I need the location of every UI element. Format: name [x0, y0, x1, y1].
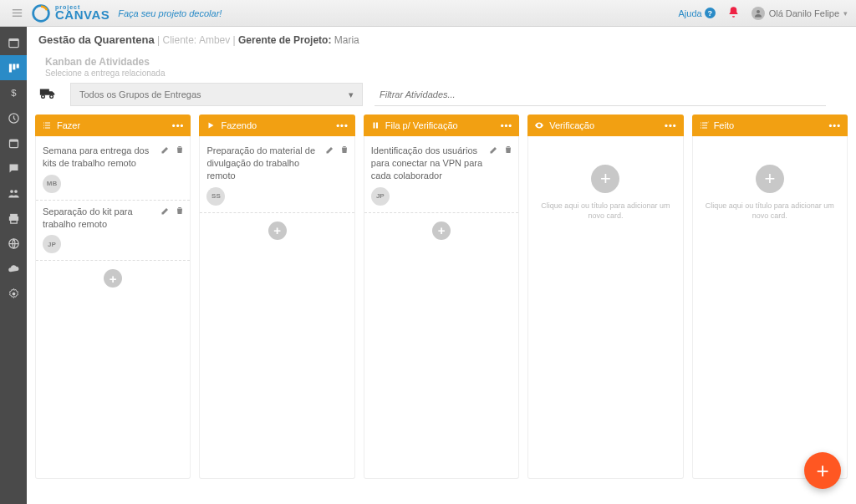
kanban-column: Fazer•••Semana para entrega dos kits de … [35, 115, 191, 479]
column-menu-button[interactable]: ••• [501, 120, 513, 130]
empty-column-text: Clique aqui ou título para adicionar um … [528, 201, 682, 221]
card-avatar: MB [43, 175, 61, 193]
brand-logo[interactable]: project CANVAS [32, 4, 110, 23]
svg-point-21 [42, 94, 45, 98]
notifications-button[interactable] [727, 6, 740, 21]
column-menu-button[interactable]: ••• [665, 120, 677, 130]
delete-card-button[interactable] [503, 145, 513, 157]
search-input[interactable] [374, 83, 826, 106]
add-card-button[interactable]: + [591, 165, 619, 193]
column-menu-button[interactable]: ••• [172, 120, 185, 130]
column-title: Feito [714, 120, 824, 130]
help-icon: ? [705, 8, 716, 18]
svg-rect-6 [8, 38, 18, 41]
sidebar-item-print[interactable] [0, 206, 27, 231]
kanban-column: Fila p/ Verificação•••Identificação dos … [364, 115, 519, 479]
chevron-down-icon: ▾ [349, 89, 354, 100]
project-title: Gestão da Quarentena [38, 33, 155, 46]
edit-card-button[interactable] [160, 145, 171, 157]
column-icon [42, 120, 52, 130]
truck-icon [38, 84, 59, 106]
edit-card-button[interactable] [489, 145, 499, 157]
column-body: Preparação do material de divulgação do … [199, 136, 354, 479]
svg-point-15 [14, 190, 18, 193]
column-body: +Clique aqui ou título para adicionar um… [692, 136, 848, 479]
canvas-logo-icon [32, 4, 50, 23]
column-menu-button[interactable]: ••• [828, 120, 841, 130]
svg-rect-2 [12, 16, 21, 17]
column-title: Fazendo [221, 120, 331, 130]
svg-point-22 [50, 94, 54, 98]
column-header: Fazendo••• [199, 115, 354, 136]
card-avatar: JP [43, 235, 61, 253]
sidebar-item-time[interactable] [0, 105, 27, 130]
kanban-card[interactable]: Identificação dos usuários para conectar… [364, 140, 518, 213]
add-card-button[interactable]: + [268, 221, 287, 240]
bell-icon [727, 6, 740, 18]
logo-big-text: CANVAS [55, 10, 110, 21]
empty-column: +Clique aqui ou título para adicionar um… [528, 140, 682, 221]
column-icon [206, 120, 216, 130]
help-link[interactable]: Ajuda ? [678, 8, 715, 18]
sidebar-item-calendar[interactable] [0, 130, 27, 155]
column-title: Verificação [549, 120, 660, 130]
svg-rect-8 [13, 64, 15, 69]
left-sidebar: $ [0, 27, 27, 504]
svg-rect-24 [376, 123, 378, 129]
column-body: +Clique aqui ou título para adicionar um… [527, 136, 683, 479]
svg-rect-9 [16, 64, 18, 68]
column-header: Fazer••• [35, 115, 191, 136]
main-area: Gestão da Quarentena | Cliente: Ambev | … [27, 27, 856, 504]
card-avatar: JP [371, 187, 390, 206]
chevron-down-icon: ▾ [843, 9, 848, 18]
kanban-card[interactable]: Separação do kit para trabalho remotoJP [36, 201, 190, 262]
delete-card-button[interactable] [175, 145, 185, 157]
column-body: Identificação dos usuários para conectar… [364, 136, 519, 479]
column-icon [534, 120, 544, 130]
card-avatar: SS [206, 187, 225, 206]
sidebar-item-dashboard[interactable] [0, 30, 27, 55]
column-icon [370, 120, 380, 130]
column-header: Feito••• [692, 115, 848, 136]
svg-point-14 [10, 190, 13, 193]
kanban-card[interactable]: Semana para entrega dos kits de trabalho… [36, 140, 190, 201]
delete-card-button[interactable] [339, 145, 349, 157]
column-menu-button[interactable]: ••• [336, 120, 349, 130]
delete-card-button[interactable] [175, 206, 185, 218]
kanban-board: Fazer•••Semana para entrega dos kits de … [27, 115, 856, 487]
kanban-column: Fazendo•••Preparação do material de divu… [199, 115, 354, 479]
svg-text:$: $ [11, 88, 17, 98]
sidebar-item-finance[interactable]: $ [0, 80, 27, 105]
user-avatar-icon [752, 7, 765, 20]
kanban-card[interactable]: Preparação do material de divulgação do … [200, 140, 354, 213]
svg-rect-23 [373, 123, 374, 129]
svg-rect-0 [12, 9, 21, 10]
kanban-column: Feito•••+Clique aqui ou título para adic… [692, 115, 848, 479]
edit-card-button[interactable] [160, 206, 171, 218]
delivery-group-select[interactable]: Todos os Grupos de Entregas ▾ [70, 83, 363, 106]
fab-add-button[interactable]: + [804, 452, 841, 489]
empty-column: +Clique aqui ou título para adicionar um… [693, 140, 847, 221]
add-card-button[interactable]: + [756, 165, 784, 193]
svg-point-4 [757, 10, 760, 13]
sidebar-item-chat[interactable] [0, 155, 27, 181]
kanban-column: Verificação•••+Clique aqui ou título par… [527, 115, 683, 479]
column-body: Semana para entrega dos kits de trabalho… [35, 136, 191, 479]
column-icon [699, 120, 709, 130]
brand-tagline: Faça seu projeto decolar! [118, 8, 222, 18]
filter-row: Todos os Grupos de Entregas ▾ [27, 78, 856, 115]
menu-toggle-button[interactable] [8, 5, 25, 22]
sidebar-item-settings[interactable] [0, 281, 27, 306]
user-menu[interactable]: Olá Danilo Felipe ▾ [752, 7, 848, 20]
add-card-button[interactable]: + [432, 221, 451, 240]
empty-column-text: Clique aqui ou título para adicionar um … [693, 201, 847, 221]
sidebar-item-kanban[interactable] [0, 55, 27, 80]
svg-rect-13 [9, 140, 18, 142]
sidebar-item-team[interactable] [0, 181, 27, 206]
sidebar-item-globe[interactable] [0, 231, 27, 256]
column-title: Fila p/ Verificação [385, 120, 496, 130]
edit-card-button[interactable] [325, 145, 335, 157]
sidebar-item-cloud[interactable] [0, 256, 27, 281]
add-card-button[interactable]: + [104, 269, 122, 288]
hamburger-icon [11, 7, 23, 19]
